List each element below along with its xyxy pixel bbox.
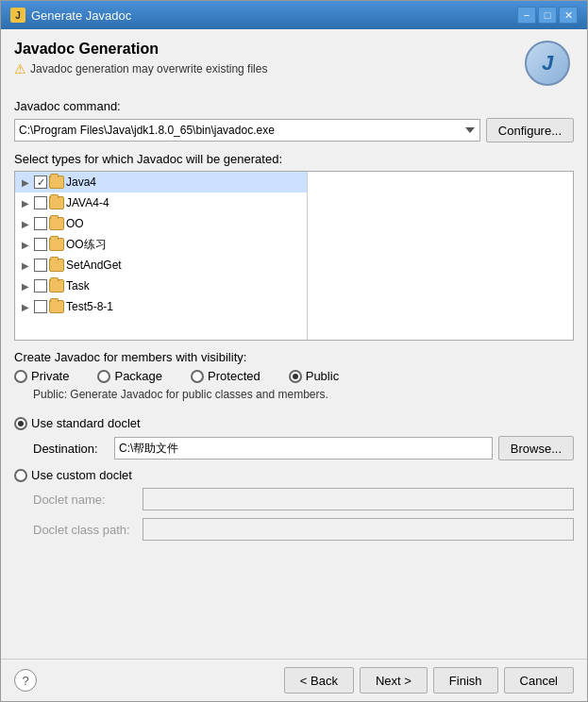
radio-private[interactable]: Private [14, 369, 69, 383]
tree-item[interactable]: ▶ JAVA4-4 [15, 192, 307, 213]
command-label: Javadoc command: [14, 99, 121, 113]
radio-circle-private[interactable] [14, 370, 27, 383]
destination-row: Destination: Browse... [33, 436, 574, 460]
warning-icon: ⚠ [14, 61, 26, 76]
radio-label-package: Package [114, 369, 162, 383]
standard-doclet-label: Use standard doclet [31, 416, 141, 430]
chevron-right-icon: ▶ [19, 259, 32, 272]
logo-circle: J [525, 41, 570, 86]
radio-label-public: Public [306, 369, 339, 383]
tree-item-label: Java4 [66, 176, 96, 189]
command-select[interactable]: C:\Program Files\Java\jdk1.8.0_65\bin\ja… [14, 119, 480, 142]
folder-icon [49, 238, 64, 251]
tree-checkbox[interactable] [34, 217, 47, 230]
folder-icon [49, 259, 64, 272]
title-bar: J Generate Javadoc − □ ✕ [1, 1, 587, 29]
visibility-description: Public: Generate Javadoc for public clas… [33, 388, 574, 401]
radio-standard-doclet[interactable]: Use standard doclet [14, 416, 141, 430]
doclet-classpath-label: Doclet class path: [33, 523, 137, 537]
chevron-right-icon: ▶ [19, 238, 32, 251]
destination-label: Destination: [33, 442, 109, 456]
radio-custom-doclet[interactable]: Use custom doclet [14, 468, 132, 482]
tree-checkbox[interactable] [34, 196, 47, 209]
doclet-classpath-input[interactable] [143, 518, 574, 541]
help-button[interactable]: ? [14, 669, 37, 692]
footer-buttons: < Back Next > Finish Cancel [284, 667, 574, 694]
folder-icon [49, 196, 64, 209]
tree-select-label: Select types for which Javadoc will be g… [14, 152, 574, 166]
next-button[interactable]: Next > [360, 667, 428, 694]
radio-circle-public[interactable] [289, 370, 302, 383]
radio-public[interactable]: Public [289, 369, 339, 383]
tree-item[interactable]: ▶ Task [15, 276, 307, 296]
tree-checkbox[interactable] [34, 279, 47, 292]
folder-icon [49, 217, 64, 230]
chevron-right-icon: ▶ [19, 300, 32, 313]
tree-container: ▶ Java4 ▶ JAVA4-4 ▶ OO [14, 171, 574, 341]
finish-button[interactable]: Finish [433, 667, 498, 694]
chevron-right-icon: ▶ [19, 279, 32, 292]
maximize-button[interactable]: □ [538, 7, 557, 24]
doclet-name-label: Doclet name: [33, 493, 137, 507]
tree-checkbox[interactable] [34, 300, 47, 313]
radio-circle-package[interactable] [97, 370, 110, 383]
doclet-name-input[interactable] [143, 488, 574, 510]
tree-item-label: JAVA4-4 [66, 196, 109, 209]
header-section: Javadoc Generation ⚠ Javadoc generation … [14, 41, 574, 90]
custom-doclet-label: Use custom doclet [31, 468, 132, 482]
window-title: Generate Javadoc [31, 8, 512, 23]
footer-left: ? [14, 669, 37, 692]
folder-icon [49, 176, 64, 189]
command-label-row: Javadoc command: [14, 99, 574, 113]
cancel-button[interactable]: Cancel [504, 667, 574, 694]
back-button[interactable]: < Back [284, 667, 354, 694]
header-left: Javadoc Generation ⚠ Javadoc generation … [14, 41, 267, 76]
visibility-radio-row: Private Package Protected Public [14, 369, 574, 383]
chevron-right-icon: ▶ [19, 196, 32, 209]
content-area: Javadoc Generation ⚠ Javadoc generation … [1, 29, 587, 659]
browse-button[interactable]: Browse... [498, 436, 574, 460]
minimize-button[interactable]: − [517, 7, 536, 24]
radio-protected[interactable]: Protected [191, 369, 260, 383]
configure-button[interactable]: Configure... [486, 118, 574, 142]
tree-item-label: OO [66, 217, 84, 230]
tree-left-panel[interactable]: ▶ Java4 ▶ JAVA4-4 ▶ OO [15, 172, 308, 340]
command-row: C:\Program Files\Java\jdk1.8.0_65\bin\ja… [14, 118, 574, 142]
warning-message: ⚠ Javadoc generation may overwrite exist… [14, 61, 267, 76]
tree-checkbox[interactable] [34, 176, 47, 189]
radio-circle-custom-doclet[interactable] [14, 469, 27, 482]
tree-item[interactable]: ▶ SetAndGet [15, 255, 307, 276]
visibility-title: Create Javadoc for members with visibili… [14, 350, 574, 364]
custom-doclet-row: Use custom doclet [14, 468, 574, 482]
window-controls: − □ ✕ [517, 7, 578, 24]
tree-checkbox[interactable] [34, 259, 47, 272]
tree-item[interactable]: ▶ OO练习 [15, 234, 307, 255]
radio-package[interactable]: Package [97, 369, 162, 383]
radio-label-private: Private [31, 369, 69, 383]
destination-input[interactable] [114, 437, 493, 460]
doclet-classpath-row: Doclet class path: [33, 518, 574, 541]
page-title: Javadoc Generation [14, 41, 267, 58]
tree-item[interactable]: ▶ Java4 [15, 172, 307, 192]
tree-item-label: Task [66, 279, 90, 292]
folder-icon [49, 300, 64, 313]
doclet-name-row: Doclet name: [33, 488, 574, 510]
close-button[interactable]: ✕ [559, 7, 578, 24]
tree-item[interactable]: ▶ OO [15, 213, 307, 234]
tree-right-panel [308, 172, 573, 340]
tree-item-label: Test5-8-1 [66, 300, 113, 313]
chevron-right-icon: ▶ [19, 217, 32, 230]
standard-doclet-row: Use standard doclet [14, 416, 574, 430]
folder-icon [49, 279, 64, 292]
radio-label-protected: Protected [208, 369, 260, 383]
window-icon: J [10, 8, 25, 23]
tree-item-label: SetAndGet [66, 259, 122, 272]
footer: ? < Back Next > Finish Cancel [1, 659, 587, 701]
radio-circle-standard-doclet[interactable] [14, 417, 27, 430]
radio-circle-protected[interactable] [191, 370, 204, 383]
main-window: J Generate Javadoc − □ ✕ Javadoc Generat… [0, 0, 588, 702]
tree-checkbox[interactable] [34, 238, 47, 251]
tree-item[interactable]: ▶ Test5-8-1 [15, 296, 307, 317]
tree-item-label: OO练习 [66, 237, 107, 253]
javadoc-logo: J [525, 41, 574, 90]
